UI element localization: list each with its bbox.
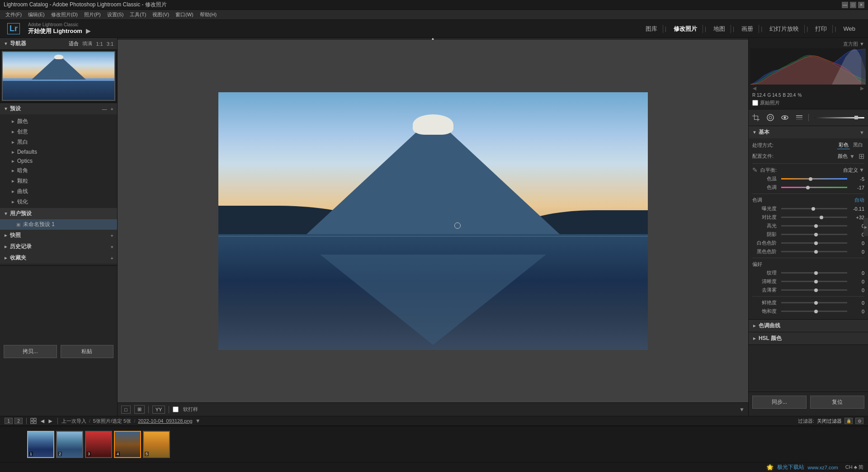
blacks-thumb[interactable] — [814, 250, 818, 254]
clarity-thumb[interactable] — [814, 280, 818, 283]
shadow-clip-icon[interactable]: ◄ — [751, 85, 758, 92]
graduated-filter-tool[interactable] — [794, 112, 805, 123]
hsl-header[interactable]: ► HSL 颜色 — [749, 332, 868, 345]
original-photo-checkbox[interactable] — [752, 100, 758, 106]
whites-track[interactable] — [781, 242, 847, 244]
basic-section-header[interactable]: ▼ 基本 ▼ — [749, 126, 868, 138]
history-close-btn[interactable]: × — [111, 244, 113, 250]
history-header[interactable]: ► 历史记录 × — [0, 241, 117, 252]
filter-value[interactable]: 关闭过滤器 — [817, 418, 842, 425]
texture-track[interactable] — [781, 272, 847, 274]
user-preset-item-1[interactable]: ▣ 未命名预设 1 — [0, 219, 117, 230]
exposure-thumb[interactable] — [811, 207, 815, 211]
menu-help[interactable]: 帮助(H) — [197, 10, 219, 19]
filename-label[interactable]: 2022-10-04_093128.png — [138, 418, 193, 424]
heal-tool[interactable] — [765, 112, 776, 123]
menu-file[interactable]: 文件(F) — [3, 10, 24, 19]
menu-view[interactable]: 视图(V) — [150, 10, 172, 19]
thumbnail-1[interactable]: 1 — [27, 431, 54, 458]
temp-thumb[interactable] — [809, 177, 812, 181]
saturation-thumb[interactable] — [814, 310, 818, 313]
nav-next-btn[interactable]: ► — [47, 417, 54, 425]
view-normal-btn[interactable]: □ — [121, 406, 131, 414]
maximize-button[interactable]: □ — [850, 2, 856, 8]
user-presets-header[interactable]: ▼ 用户预设 — [0, 208, 117, 219]
zoom-fit[interactable]: 适合 — [69, 40, 79, 47]
collections-header[interactable]: ► 收藏夹 + — [0, 252, 117, 264]
temp-slider[interactable] — [781, 178, 847, 179]
right-panel-collapse-button[interactable]: ► — [863, 218, 868, 236]
vibrance-thumb[interactable] — [814, 301, 818, 305]
blacks-track[interactable] — [781, 251, 847, 252]
toolbar-down-arrow[interactable]: ▼ — [739, 406, 745, 413]
filename-dropdown[interactable]: ▼ — [195, 418, 201, 424]
thumbnail-2[interactable]: 2 — [56, 431, 83, 458]
copy-button[interactable]: 拷贝... — [4, 345, 57, 358]
close-button[interactable]: × — [858, 2, 864, 8]
nav-book[interactable]: 画册 — [736, 25, 759, 33]
contrast-thumb[interactable] — [820, 216, 823, 219]
sync-button[interactable]: 同步... — [752, 396, 807, 409]
filter-settings-btn[interactable]: ⚙ — [855, 418, 863, 424]
photo-viewer[interactable] — [118, 40, 748, 402]
presets-minus-btn[interactable]: — — [102, 106, 107, 112]
zoom-fill[interactable]: 填满 — [82, 40, 92, 47]
zoom-1-1[interactable]: 1:1 — [96, 41, 103, 47]
profile-grid-icon[interactable]: ⊞ — [859, 152, 864, 160]
whites-thumb[interactable] — [814, 241, 818, 245]
menu-photo[interactable]: 照片(P) — [81, 10, 104, 19]
highlights-thumb[interactable] — [814, 224, 818, 228]
tools-exposure-slider[interactable] — [814, 117, 864, 118]
shortcuts-header[interactable]: ► 快照 + — [0, 230, 117, 241]
page-btn-1[interactable]: 1 — [5, 418, 13, 424]
tone-curve-header[interactable]: ► 色调曲线 — [749, 320, 868, 332]
tint-thumb[interactable] — [806, 186, 810, 189]
zoom-3-1[interactable]: 3:1 — [107, 41, 113, 47]
clarity-track[interactable] — [781, 281, 847, 282]
exposure-track[interactable] — [781, 208, 847, 209]
vibrance-track[interactable] — [781, 302, 847, 303]
reset-button[interactable]: 复位 — [810, 396, 864, 409]
preset-group-creative[interactable]: ► 创意 — [0, 127, 117, 137]
crop-tool[interactable] — [750, 112, 761, 123]
wb-dropdown-icon[interactable]: ▼ — [859, 167, 864, 173]
navigator-header[interactable]: ▼ 导航器 适合 填满 1:1 3:1 — [0, 38, 117, 49]
profile-dropdown-icon[interactable]: ▼ — [849, 153, 855, 160]
menu-develop[interactable]: 修改照片(D) — [48, 10, 80, 19]
nav-develop[interactable]: 修改照片 — [668, 25, 703, 33]
menu-edit[interactable]: 编辑(E) — [25, 10, 47, 19]
tint-slider[interactable] — [781, 187, 847, 188]
preset-group-sharpen[interactable]: ► 锐化 — [0, 197, 117, 207]
menu-settings[interactable]: 设置(S) — [104, 10, 127, 19]
preset-group-optics[interactable]: ► Optics — [0, 156, 117, 165]
auto-tone-btn[interactable]: 自动 — [854, 197, 864, 203]
highlight-clip-icon[interactable]: ► — [859, 85, 865, 92]
menu-window[interactable]: 窗口(W) — [173, 10, 196, 19]
redeye-tool[interactable] — [779, 112, 790, 123]
collections-add-btn[interactable]: + — [111, 255, 113, 261]
presets-header[interactable]: ▼ 预设 — + — [0, 103, 117, 114]
thumbnail-4[interactable]: 4 — [114, 431, 141, 458]
minimize-button[interactable]: — — [842, 2, 848, 8]
saturation-track[interactable] — [781, 311, 847, 312]
nav-web[interactable]: Web — [838, 25, 861, 32]
dehaze-thumb[interactable] — [814, 288, 818, 292]
menu-tools[interactable]: 工具(T) — [127, 10, 149, 19]
preset-group-curve[interactable]: ► 曲线 — [0, 186, 117, 197]
preset-group-grain[interactable]: ► 颗粒 — [0, 176, 117, 186]
preset-group-color[interactable]: ► 颜色 — [0, 116, 117, 127]
presets-add-btn[interactable]: + — [111, 106, 113, 112]
grid-view-icon[interactable] — [30, 418, 38, 424]
page-btn-2[interactable]: 2 — [14, 418, 23, 424]
thumbnail-3[interactable]: 3 — [85, 431, 112, 458]
filter-lock-btn[interactable]: 🔒 — [844, 418, 853, 424]
nav-print[interactable]: 打印 — [810, 25, 833, 33]
shadows-track[interactable] — [781, 234, 847, 235]
dehaze-track[interactable] — [781, 289, 847, 291]
preset-group-defaults[interactable]: ► Defaults — [0, 147, 117, 156]
thumbnail-5[interactable]: 5 — [143, 431, 170, 458]
shortcuts-add-btn[interactable]: + — [111, 233, 113, 238]
preset-group-vignette[interactable]: ► 暗角 — [0, 165, 117, 176]
texture-thumb[interactable] — [814, 271, 818, 275]
contrast-track[interactable] — [781, 217, 847, 218]
